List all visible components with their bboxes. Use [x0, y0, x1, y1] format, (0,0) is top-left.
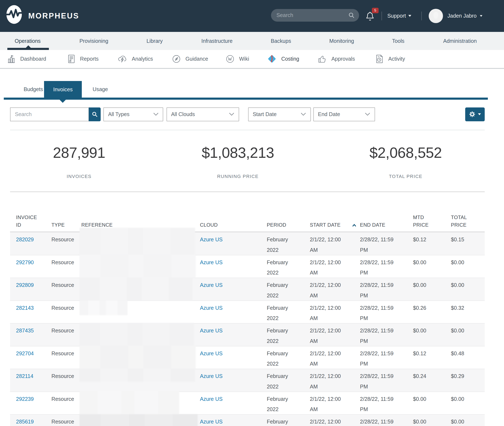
invoice-id-link[interactable]: 292704 — [16, 346, 52, 369]
invoice-end-date: 2/28/22, 11:59 PM — [360, 255, 413, 278]
column-header-invoice-id[interactable]: INVOICE ID — [16, 214, 52, 232]
subnav-dashboard[interactable]: Dashboard — [7, 50, 46, 68]
column-header-end-date[interactable]: END DATE — [360, 221, 413, 231]
header-divider — [382, 12, 382, 20]
subnav-reports[interactable]: Reports — [68, 50, 98, 68]
type-filter-value: All Types — [108, 111, 153, 117]
subnav-analytics[interactable]: Analytics — [118, 50, 153, 68]
avatar[interactable] — [429, 9, 443, 23]
user-menu[interactable]: Jaden Jabro — [447, 0, 482, 32]
subnav-label: Guidance — [185, 56, 208, 62]
stat-invoices-value: 287,991 — [53, 145, 105, 160]
cloud-filter-dropdown[interactable]: All Clouds — [167, 107, 239, 121]
invoice-cloud-link[interactable]: Azure US — [200, 255, 267, 278]
redaction-blur — [79, 255, 196, 278]
invoice-id-link[interactable]: 287435 — [16, 323, 52, 346]
invoice-id-link[interactable]: 282114 — [16, 369, 52, 392]
stat-invoices-label: INVOICES — [53, 174, 105, 179]
end-date-value: End Date — [318, 111, 365, 117]
invoice-id-link[interactable]: 292239 — [16, 391, 52, 415]
nav-operations[interactable]: Operations — [15, 38, 41, 44]
stat-running-price-value: $1,083,213 — [202, 145, 274, 160]
cloud-filter-value: All Clouds — [171, 111, 229, 117]
nav-tools[interactable]: Tools — [392, 38, 404, 44]
invoice-id-link[interactable]: 292790 — [16, 255, 52, 278]
sort-asc-icon[interactable] — [352, 221, 356, 229]
column-header-type[interactable]: TYPE — [51, 221, 81, 231]
invoice-type: Resource — [51, 300, 81, 324]
tab-underline-bar — [4, 98, 488, 100]
table-body: 282029ResourceAzure USFebruary 20222/1/2… — [10, 232, 485, 426]
subnav-wiki[interactable]: Wiki — [226, 50, 249, 68]
invoice-cloud-link[interactable]: Azure US — [200, 278, 267, 301]
type-filter-dropdown[interactable]: All Types — [103, 107, 163, 121]
invoice-id-link[interactable]: 282029 — [16, 232, 52, 255]
costing-icon — [267, 54, 276, 63]
nav-backups[interactable]: Backups — [271, 38, 291, 44]
search-icon — [92, 111, 98, 117]
column-header-period[interactable]: PERIOD — [267, 221, 310, 231]
nav-library[interactable]: Library — [147, 38, 163, 44]
header-divider — [421, 12, 422, 20]
stat-running-price-label: RUNNING PRICE — [202, 174, 274, 179]
invoice-reference-redacted — [81, 414, 200, 426]
global-search-input[interactable]: Search — [271, 9, 359, 22]
invoice-search-input[interactable]: Search — [10, 107, 89, 121]
settings-button[interactable] — [465, 107, 485, 121]
nav-monitoring[interactable]: Monitoring — [329, 38, 354, 44]
chevron-down-icon — [408, 15, 411, 17]
invoice-cloud-link[interactable]: Azure US — [200, 369, 267, 392]
invoice-id-link[interactable]: 292809 — [16, 278, 52, 301]
support-menu[interactable]: Support — [387, 0, 412, 32]
invoice-mtd-price: $0.00 — [413, 391, 451, 415]
invoice-cloud-link[interactable]: Azure US — [200, 391, 267, 415]
invoice-total-price: $0.00 — [451, 278, 485, 301]
subnav-approvals[interactable]: Approvals — [318, 50, 355, 68]
chevron-down-icon — [478, 113, 481, 115]
invoice-cloud-link[interactable]: Azure US — [200, 300, 267, 324]
invoice-id-link[interactable]: 282143 — [16, 300, 52, 324]
subnav-guidance[interactable]: Guidance — [172, 50, 208, 68]
nav-provisioning[interactable]: Provisioning — [79, 38, 108, 44]
start-date-dropdown[interactable]: Start Date — [248, 107, 311, 121]
invoice-cloud-link[interactable]: Azure US — [200, 414, 267, 426]
dashboard-icon — [7, 55, 15, 63]
subnav-label: Analytics — [132, 56, 153, 62]
subnav-costing[interactable]: Costing — [267, 50, 299, 68]
invoice-cloud-link[interactable]: Azure US — [200, 346, 267, 369]
redaction-blur — [79, 323, 194, 346]
invoice-id-link[interactable]: 285619 — [16, 414, 52, 426]
stat-total-price-label: TOTAL PRICE — [369, 174, 442, 179]
column-header-cloud[interactable]: CLOUD — [200, 221, 267, 231]
invoice-reference-redacted — [81, 232, 200, 255]
invoice-reference-redacted — [81, 255, 200, 278]
invoice-reference-redacted — [81, 323, 200, 346]
tab-usage[interactable]: Usage — [82, 81, 119, 97]
tab-budgets[interactable]: Budgets — [10, 81, 44, 97]
nav-infrastructure[interactable]: Infrastructure — [201, 38, 233, 44]
invoice-type: Resource — [51, 346, 81, 369]
redaction-blur — [79, 369, 195, 382]
search-button[interactable] — [89, 107, 101, 121]
column-header-total-price[interactable]: TOTAL PRICE — [451, 214, 485, 232]
column-header-mtd-price[interactable]: MTD PRICE — [413, 214, 451, 232]
end-date-dropdown[interactable]: End Date — [313, 107, 375, 121]
invoice-cloud-link[interactable]: Azure US — [200, 232, 267, 255]
tab-invoices[interactable]: Invoices — [44, 81, 82, 99]
invoice-end-date: 2/28/22, 11:59 PM — [360, 391, 413, 415]
guidance-icon — [172, 55, 181, 63]
invoice-cloud-link[interactable]: Azure US — [200, 323, 267, 346]
invoice-start-date: 2/1/22, 12:00 AM — [310, 414, 360, 426]
nav-administration[interactable]: Administration — [443, 38, 477, 44]
support-label: Support — [387, 13, 406, 19]
invoice-mtd-price: $0.24 — [413, 369, 451, 392]
subnav-label: Activity — [388, 56, 405, 62]
user-name: Jaden Jabro — [447, 13, 476, 19]
column-header-start-date[interactable]: START DATE — [310, 221, 360, 231]
notifications-button[interactable]: 5 — [365, 9, 380, 23]
morpheus-logo-icon[interactable] — [6, 5, 22, 25]
stats-divider-top — [10, 129, 485, 130]
subnav-activity[interactable]: Activity — [376, 50, 405, 68]
invoice-end-date: 2/28/22, 11:59 PM — [360, 232, 413, 255]
invoice-type: Resource — [51, 414, 81, 426]
